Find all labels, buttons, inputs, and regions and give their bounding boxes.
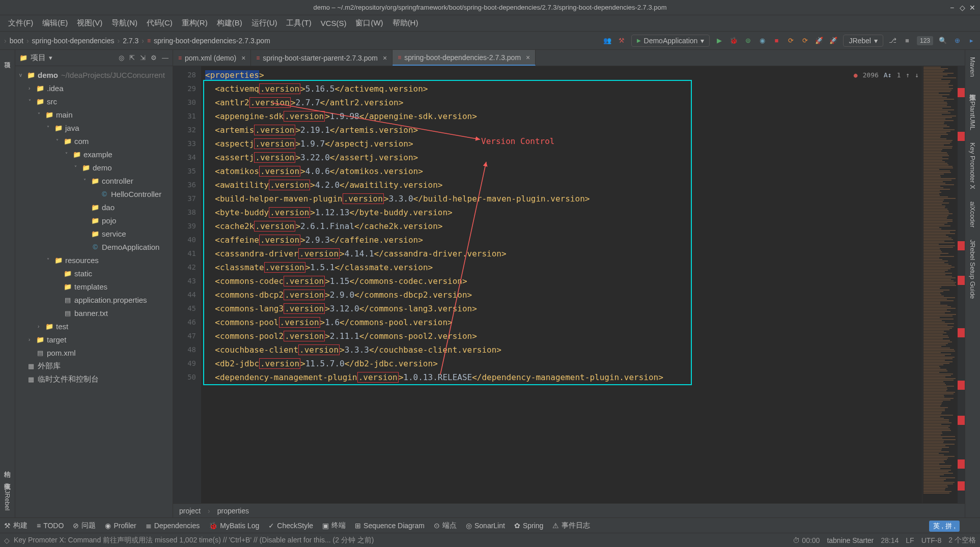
- tree-node[interactable]: 📁templates: [15, 280, 173, 293]
- tool-window-button[interactable]: ▣ 终端: [322, 521, 346, 530]
- menu-item[interactable]: 代码(C): [143, 16, 177, 30]
- menu-item[interactable]: 视图(V): [73, 16, 106, 30]
- minimize-button[interactable]: −: [948, 4, 956, 11]
- coverage-button[interactable]: ⊚: [743, 36, 752, 45]
- status-encoding[interactable]: UTF-8: [921, 536, 942, 544]
- up-arrow-icon[interactable]: ↑: [906, 68, 910, 82]
- menu-item[interactable]: 构建(B): [213, 16, 246, 30]
- debug-button[interactable]: 🐞: [729, 36, 738, 45]
- editor-tab[interactable]: ≡spring-boot-dependencies-2.7.3.pom×: [393, 50, 536, 66]
- tree-node[interactable]: ▦外部库: [15, 359, 173, 372]
- rocket-alt-icon[interactable]: 🚀: [829, 36, 838, 45]
- tree-node[interactable]: ▦临时文件和控制台: [15, 372, 173, 386]
- profile-button[interactable]: ◉: [758, 36, 767, 45]
- hammer-icon[interactable]: ⚒: [617, 36, 626, 45]
- target-icon[interactable]: ◎: [119, 54, 124, 62]
- tool-window-button[interactable]: ⊘ 问题: [73, 521, 96, 530]
- close-tab-icon[interactable]: ×: [526, 53, 530, 62]
- status-line-ending[interactable]: LF: [906, 536, 914, 544]
- tool-window-button[interactable]: ⊞ Sequence Diagram: [355, 522, 425, 530]
- run-button[interactable]: ▶: [715, 36, 724, 45]
- tree-node[interactable]: ›📁test: [15, 320, 173, 333]
- right-tool-button[interactable]: Maven: [969, 54, 976, 80]
- close-button[interactable]: ✕: [969, 4, 976, 11]
- tree-node[interactable]: ▤pom.xml: [15, 346, 173, 359]
- run-configuration-selector[interactable]: ▶ DemoApplication ▾: [631, 35, 710, 47]
- right-tool-button[interactable]: PlantUML: [969, 98, 976, 133]
- settings-icon[interactable]: ⚙: [151, 54, 157, 62]
- tool-window-button[interactable]: ✓ CheckStyle: [268, 522, 313, 530]
- tree-root[interactable]: v 📁 demo ~/IdeaProjects/JUCConcurrent: [15, 68, 173, 81]
- tree-node[interactable]: ▤application.properties: [15, 293, 173, 306]
- menu-item[interactable]: 重构(R): [178, 16, 212, 30]
- tree-node[interactable]: ©DemoApplication: [15, 240, 173, 253]
- tree-node[interactable]: ▤banner.txt: [15, 306, 173, 320]
- tree-node[interactable]: ˅📁resources: [15, 253, 173, 267]
- breadcrumb-item[interactable]: spring-boot-dependencies: [32, 37, 115, 45]
- menu-item[interactable]: 编辑(E): [38, 16, 72, 30]
- inspection-widget[interactable]: ● 2096 A↕ 1 ↑ ↓: [854, 68, 919, 82]
- expand-icon[interactable]: ⇱: [129, 54, 135, 62]
- maximize-button[interactable]: ◇: [959, 4, 966, 11]
- tool-window-button[interactable]: ◉ Profiler: [105, 522, 136, 530]
- tool-window-button[interactable]: ⊙ 端点: [434, 521, 457, 530]
- right-tool-button[interactable]: aiXcoder: [969, 198, 976, 231]
- left-tool-project[interactable]: 项目: [3, 54, 12, 60]
- right-tool-button[interactable]: 数据库: [968, 86, 977, 92]
- settings-icon[interactable]: ▸: [967, 36, 976, 45]
- right-tool-button[interactable]: Key Promoter X: [969, 139, 976, 192]
- tool-window-button[interactable]: 🐞 MyBatis Log: [209, 522, 259, 530]
- right-tool-button[interactable]: JRebel Setup Guide: [969, 237, 976, 302]
- menu-item[interactable]: 窗口(W): [351, 16, 387, 30]
- dropdown-icon[interactable]: ▾: [49, 54, 52, 62]
- jrebel-icon[interactable]: ⟳: [786, 36, 795, 45]
- tool-window-button[interactable]: ◎ SonarLint: [466, 522, 505, 530]
- tree-node[interactable]: ˅📁controller: [15, 174, 173, 187]
- tree-node[interactable]: 📁dao: [15, 200, 173, 214]
- menu-item[interactable]: VCS(S): [317, 17, 351, 30]
- menu-item[interactable]: 工具(T): [282, 16, 315, 30]
- stop-button[interactable]: ■: [772, 36, 781, 45]
- tool-window-button[interactable]: ✿ Spring: [514, 522, 543, 530]
- status-cursor-pos[interactable]: 28:14: [881, 536, 899, 544]
- tree-node[interactable]: ˅📁demo: [15, 161, 173, 174]
- close-tab-icon[interactable]: ×: [383, 54, 387, 62]
- code-editor[interactable]: ● 2096 A↕ 1 ↑ ↓ Version Control <propert…: [201, 66, 922, 503]
- status-indent[interactable]: 2 个空格: [948, 536, 976, 545]
- status-tabnine[interactable]: tabnine Starter: [827, 536, 874, 544]
- minimap[interactable]: [922, 66, 958, 503]
- left-tool-favorites[interactable]: 收藏夹: [3, 475, 12, 481]
- stop-icon[interactable]: ■: [903, 36, 912, 45]
- rocket-icon[interactable]: 🚀: [815, 36, 824, 45]
- tree-node[interactable]: 📁static: [15, 267, 173, 280]
- tree-node[interactable]: ˅📁com: [15, 134, 173, 148]
- breadcrumb-item[interactable]: boot: [10, 37, 23, 45]
- tree-node[interactable]: ›📁target: [15, 333, 173, 346]
- tree-node[interactable]: ˅📁main: [15, 108, 173, 121]
- tree-node[interactable]: ›📁.idea: [15, 81, 173, 95]
- search-icon[interactable]: 🔍: [938, 36, 947, 45]
- tree-node[interactable]: 📁pojo: [15, 214, 173, 227]
- tree-node[interactable]: ˅📁java: [15, 121, 173, 134]
- editor-tab[interactable]: ≡spring-boot-starter-parent-2.7.3.pom×: [251, 50, 393, 66]
- git-icon[interactable]: ⎇: [888, 36, 898, 45]
- down-arrow-icon[interactable]: ↓: [915, 68, 919, 82]
- collapse-icon[interactable]: ⇲: [140, 54, 146, 62]
- user-icon[interactable]: 👥: [603, 36, 612, 45]
- tree-node[interactable]: ˅📁src: [15, 95, 173, 108]
- close-tab-icon[interactable]: ×: [241, 54, 245, 62]
- scrollbar-marks[interactable]: [958, 66, 965, 503]
- jrebel-debug-icon[interactable]: ⟳: [800, 36, 809, 45]
- left-tool-structure[interactable]: 结构: [3, 463, 12, 469]
- breadcrumb-item[interactable]: spring-boot-dependencies-2.7.3.pom: [154, 37, 270, 45]
- tree-node[interactable]: ©HelloController: [15, 187, 173, 200]
- editor-tab[interactable]: ≡pom.xml (demo)×: [173, 50, 251, 66]
- breadcrumb-item[interactable]: 2.7.3: [123, 37, 138, 45]
- tool-window-button[interactable]: ≡ TODO: [37, 522, 64, 530]
- left-tool-jrebel[interactable]: JRebel: [4, 487, 11, 513]
- breadcrumb-footer-item[interactable]: project: [179, 507, 201, 515]
- tool-window-button[interactable]: ⚠ 事件日志: [552, 521, 590, 530]
- tree-node[interactable]: 📁service: [15, 227, 173, 240]
- status-ide-icon[interactable]: ◇: [4, 536, 10, 544]
- menu-item[interactable]: 运行(U): [247, 16, 282, 30]
